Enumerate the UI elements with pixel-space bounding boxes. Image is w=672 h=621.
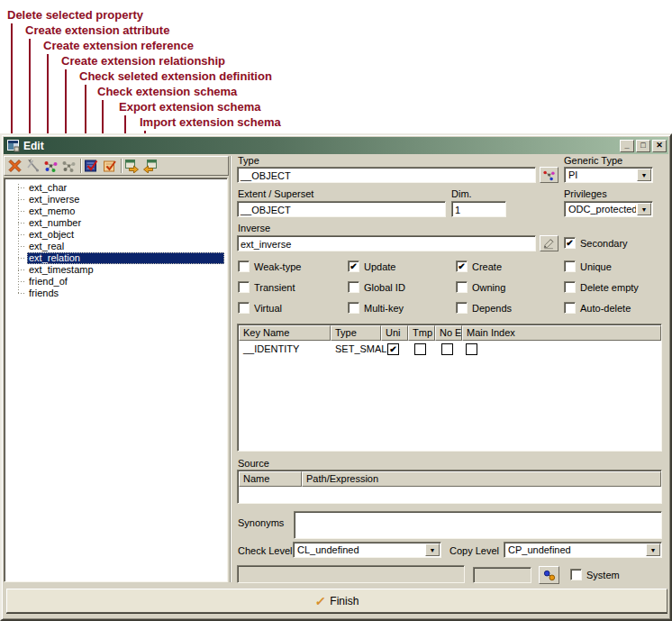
uni-checkbox[interactable]: ✔ [387, 343, 399, 355]
type-field[interactable]: __OBJECT [237, 167, 536, 183]
inverse-label: Inverse [238, 223, 270, 233]
delete-selected-property-icon[interactable] [7, 159, 23, 174]
tree-item[interactable]: ext_memo [5, 205, 227, 217]
panel-divider [230, 156, 232, 582]
check-icon: ✓ [314, 594, 327, 608]
dim-field[interactable]: 1 [451, 201, 506, 217]
transient-checkbox[interactable]: Transient [238, 281, 295, 293]
copy-level-select[interactable]: CP_undefined▼ [504, 542, 662, 558]
import-extension-schema-icon[interactable] [142, 159, 159, 174]
source-table-header[interactable]: Name [239, 471, 302, 487]
main-index-checkbox[interactable] [466, 343, 477, 355]
callout-label: Export extension schema [119, 100, 261, 114]
callout-label: Create extension relationship [61, 54, 225, 68]
virtual-checkbox[interactable]: Virtual [238, 302, 282, 314]
create-extension-reference-icon[interactable] [43, 159, 59, 174]
key-table-header[interactable]: Key Name [239, 325, 331, 341]
dim-label: Dim. [451, 188, 472, 199]
link-picker-button[interactable] [539, 566, 559, 584]
callout-label: Check seleted extension definition [79, 69, 272, 83]
chevron-down-icon[interactable]: ▼ [425, 543, 440, 556]
check-selected-extension-definition-icon[interactable] [84, 159, 100, 174]
generic-type-label: Generic Type [564, 155, 622, 166]
callout-label: Delete selected property [7, 8, 143, 22]
linked-balls-icon [542, 569, 557, 582]
toolbar-separator [121, 159, 123, 173]
synonyms-label: Synonyms [238, 517, 284, 528]
select-type-button[interactable] [540, 167, 558, 183]
tree-item[interactable]: ext_number [5, 217, 227, 229]
check-extension-schema-icon[interactable] [102, 159, 118, 174]
inverse-field[interactable]: ext_inverse [237, 235, 536, 251]
key-table[interactable]: Key Name Type Uni Tmp No E Main Index __… [237, 324, 662, 452]
edit-inverse-button[interactable] [540, 235, 558, 251]
secondary-checkbox[interactable]: ✔Secondary [564, 237, 628, 249]
toolbar [4, 156, 229, 176]
no-e-checkbox[interactable] [441, 343, 453, 355]
multi-key-checkbox[interactable]: Multi-key [348, 302, 404, 314]
create-extension-relationship-icon[interactable] [61, 159, 77, 174]
close-button[interactable]: ✕ [652, 140, 667, 152]
aux-field-2[interactable] [473, 567, 531, 583]
weak-type-checkbox[interactable]: Weak-type [238, 260, 301, 272]
aux-field-1[interactable] [237, 565, 465, 583]
chevron-down-icon[interactable]: ▼ [646, 543, 660, 556]
synonyms-field[interactable] [294, 511, 662, 539]
privileges-label: Privileges [564, 188, 607, 199]
source-table-header[interactable]: Path/Expression [302, 471, 661, 487]
source-label: Source [238, 458, 269, 469]
callout-label: Check extension schema [97, 85, 237, 98]
callout-label: Import extension schema [140, 115, 281, 129]
type-label: Type [238, 155, 259, 166]
maximize-button[interactable]: □ [636, 140, 650, 152]
delete-empty-checkbox[interactable]: Delete empty [564, 281, 639, 293]
node-picker-icon [542, 169, 556, 181]
tree-item[interactable]: ext_char [5, 182, 227, 194]
tree-item[interactable]: friends [5, 288, 227, 299]
chevron-down-icon[interactable]: ▼ [637, 169, 651, 181]
generic-type-select[interactable]: PI▼ [564, 167, 653, 183]
source-table[interactable]: Name Path/Expression [237, 470, 662, 504]
tree-item[interactable]: ext_timestamp [5, 264, 227, 276]
privileges-select[interactable]: ODC_protected▼ [564, 201, 653, 217]
tree-item[interactable]: friend_of [5, 276, 227, 288]
export-extension-schema-icon[interactable] [124, 159, 141, 174]
create-checkbox[interactable]: ✔Create [456, 260, 502, 272]
key-table-header[interactable]: No E [435, 325, 462, 341]
edit-window: Edit _ □ ✕ ex [0, 133, 672, 621]
key-table-header[interactable]: Uni [381, 325, 408, 341]
depends-checkbox[interactable]: Depends [456, 302, 512, 314]
pencil-icon [542, 237, 556, 250]
minimize-button[interactable]: _ [620, 140, 634, 152]
owning-checkbox[interactable]: Owning [456, 281, 505, 293]
key-name-cell: __IDENTITY [240, 342, 303, 357]
key-table-header[interactable]: Main Index [462, 325, 661, 341]
auto-delete-checkbox[interactable]: Auto-delete [564, 302, 631, 314]
window-icon [7, 140, 20, 152]
key-table-header[interactable]: Tmp [408, 325, 435, 341]
window-title: Edit [23, 140, 618, 152]
tree-item[interactable]: ext_real [5, 241, 227, 252]
tree-item-selected[interactable]: ext_relation [5, 252, 227, 264]
update-checkbox[interactable]: ✔Update [348, 260, 395, 272]
chevron-down-icon[interactable]: ▼ [637, 203, 651, 215]
unique-checkbox[interactable]: Unique [564, 260, 612, 272]
check-level-label: Check Level [238, 545, 293, 556]
key-type-cell: SET_SMAL [331, 342, 390, 357]
toolbar-separator [80, 159, 82, 173]
extent-superset-field[interactable]: __OBJECT [237, 201, 446, 217]
create-extension-attribute-icon[interactable] [25, 159, 41, 174]
tmp-checkbox[interactable] [414, 343, 426, 355]
copy-level-label: Copy Level [450, 545, 499, 556]
tree-item[interactable]: ext_inverse [5, 194, 227, 205]
tree-item[interactable]: ext_object [5, 229, 227, 241]
callout-label: Create extension attribute [25, 23, 169, 37]
titlebar[interactable]: Edit _ □ ✕ [4, 137, 668, 154]
extent-superset-label: Extent / Superset [238, 188, 313, 199]
key-table-header[interactable]: Type [331, 325, 381, 341]
property-tree[interactable]: ext_char ext_inverse ext_memo ext_number… [4, 178, 228, 582]
global-id-checkbox[interactable]: Global ID [348, 281, 405, 293]
finish-button[interactable]: ✓ Finish [6, 589, 667, 613]
system-checkbox[interactable]: System [570, 569, 620, 580]
check-level-select[interactable]: CL_undefined▼ [293, 542, 441, 558]
